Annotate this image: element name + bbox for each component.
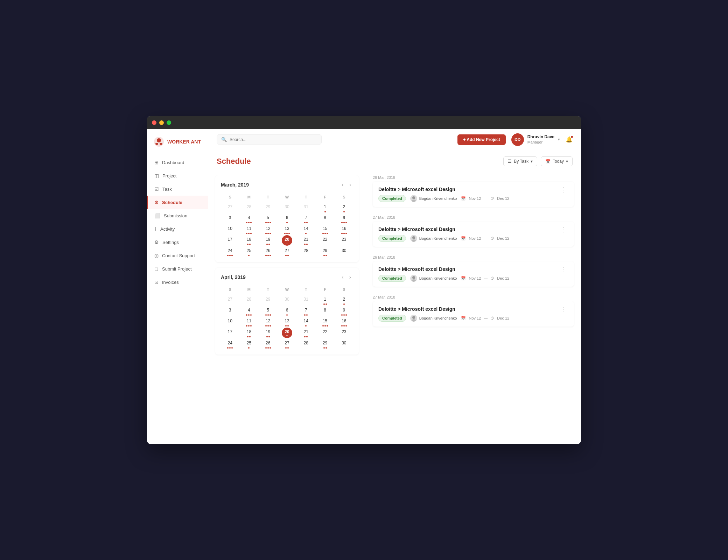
day-of-week: F <box>316 286 334 294</box>
date-start-2-0: Nov 12 <box>469 276 481 280</box>
task-more-button-3-0[interactable]: ⋮ <box>559 306 568 313</box>
assignee-avatar-1-0 <box>410 235 417 242</box>
chevron-today-icon: ▾ <box>566 159 568 164</box>
day-of-week: T <box>259 194 277 202</box>
task-group-date-3: 27 Mar, 2018 <box>373 295 574 299</box>
calendar-day: 15 <box>316 224 334 234</box>
filter-today[interactable]: 📅 Today ▾ <box>541 156 573 166</box>
sidebar-item-dashboard[interactable]: ⊞Dashboard <box>147 156 208 169</box>
task-card-content-0-0: Deloitte > Microsoft excel Design Comple… <box>378 187 556 202</box>
close-button[interactable] <box>152 120 156 125</box>
nav-label-dashboard: Dashboard <box>162 160 184 165</box>
calendar-month-april: April, 2019 <box>221 274 246 280</box>
calendar-nav-april: ‹ › <box>340 273 353 281</box>
calendar-filter-icon: 📅 <box>545 159 551 164</box>
calendar-day: 23 <box>335 328 353 338</box>
bell-icon[interactable]: 🔔 <box>566 136 573 143</box>
status-badge-3-0: Completed <box>378 315 406 322</box>
calendar-day: 21 <box>297 328 315 338</box>
calendar-start-icon: 📅 <box>461 276 466 281</box>
task-assignee-3-0: Bogdan Krivenchenko <box>410 315 457 322</box>
date-start-3-0: Nov 12 <box>469 316 481 320</box>
assignee-name-0-0: Bogdan Krivenchenko <box>419 196 457 201</box>
calendar-day: 26 <box>259 246 277 257</box>
task-card-content-2-0: Deloitte > Microsoft excel Design Comple… <box>378 266 556 282</box>
task-more-button-0-0[interactable]: ⋮ <box>559 187 568 193</box>
search-input[interactable] <box>230 137 317 142</box>
calendar-start-icon: 📅 <box>461 196 466 201</box>
sidebar-item-submit[interactable]: ◻Submit Project <box>147 262 208 275</box>
calendar-day: 29 <box>316 246 334 257</box>
search-box[interactable]: 🔍 <box>217 134 322 145</box>
calendar-day: 21 <box>297 235 315 246</box>
calendar-day: 6 <box>278 306 296 316</box>
calendar-day: 3 <box>221 306 239 316</box>
page-header: Schedule ☰ By Task ▾ 📅 Today ▾ <box>208 150 581 170</box>
calendar-day: 7 <box>297 214 315 224</box>
sidebar: WORKER ANT ⊞Dashboard◫Project☑Task⊛Sched… <box>147 129 208 444</box>
calendar-day: 19 <box>259 235 277 246</box>
calendar-day: 31 <box>297 295 315 305</box>
calendar-day-today[interactable]: 20·· <box>282 328 292 338</box>
filter-by-task[interactable]: ☰ By Task ▾ <box>503 156 537 166</box>
calendar-prev-march[interactable]: ‹ <box>340 181 345 189</box>
sidebar-item-task[interactable]: ☑Task <box>147 182 208 196</box>
day-of-week: T <box>297 286 315 294</box>
sidebar-item-settings[interactable]: ⚙Settings <box>147 236 208 249</box>
calendar-day: 17 <box>221 235 239 246</box>
clock-icon: ⏱ <box>490 276 494 280</box>
filter-bar: ☰ By Task ▾ 📅 Today ▾ <box>503 156 573 166</box>
schedule-body: March, 2019 ‹ › SMTWTFS27282930311234567… <box>208 170 581 444</box>
sidebar-item-submission[interactable]: ⬜Submission <box>147 209 208 222</box>
titlebar <box>147 116 581 129</box>
calendar-day: 30 <box>278 295 296 305</box>
task-title-1-0: Deloitte > Microsoft excel Design <box>378 226 556 232</box>
date-separator: — <box>484 276 488 280</box>
calendar-day: 27 <box>221 203 239 213</box>
maximize-button[interactable] <box>167 120 171 125</box>
task-title-0-0: Deloitte > Microsoft excel Design <box>378 187 556 192</box>
sidebar-item-schedule[interactable]: ⊛Schedule <box>147 196 208 209</box>
task-meta-2-0: Completed Bogdan Krivenchenko 📅 Nov 12 —… <box>378 275 556 282</box>
calendar-day: 27 <box>221 295 239 305</box>
sidebar-item-activity[interactable]: ⌇Activity <box>147 222 208 236</box>
task-more-button-1-0[interactable]: ⋮ <box>559 226 568 233</box>
calendar-next-april[interactable]: › <box>347 273 353 281</box>
calendar-day: 24 <box>221 246 239 257</box>
day-of-week: M <box>240 286 258 294</box>
task-meta-0-0: Completed Bogdan Krivenchenko 📅 Nov 12 —… <box>378 195 556 202</box>
add-project-button[interactable]: + Add New Project <box>457 134 505 145</box>
sidebar-item-project[interactable]: ◫Project <box>147 169 208 182</box>
task-filter-icon: ☰ <box>508 159 512 164</box>
calendar-day: 10 <box>221 317 239 327</box>
status-badge-2-0: Completed <box>378 275 406 282</box>
calendar-next-march[interactable]: › <box>347 181 353 189</box>
chevron-down-icon: ▾ <box>558 137 560 142</box>
day-of-week: S <box>221 286 239 294</box>
sidebar-item-invoices[interactable]: ⊡Invoices <box>147 275 208 289</box>
day-of-week: S <box>221 194 239 202</box>
clock-icon: ⏱ <box>490 196 494 201</box>
task-title-2-0: Deloitte > Microsoft excel Design <box>378 266 556 272</box>
task-group-date-2: 26 Mar, 2018 <box>373 255 574 259</box>
calendar-day: 22 <box>316 328 334 338</box>
task-title-3-0: Deloitte > Microsoft excel Design <box>378 306 556 312</box>
calendar-day: 31 <box>297 203 315 213</box>
assignee-name-1-0: Bogdan Krivenchenko <box>419 236 457 240</box>
task-card-1-0: Deloitte > Microsoft excel Design Comple… <box>373 222 574 247</box>
svg-point-11 <box>412 319 416 322</box>
calendar-day: 23 <box>335 235 353 246</box>
calendar-day: 12 <box>259 224 277 234</box>
logo: WORKER ANT <box>147 129 208 156</box>
calendar-day: 18 <box>240 328 258 338</box>
minimize-button[interactable] <box>159 120 164 125</box>
nav-label-project: Project <box>162 173 176 178</box>
calendar-day-today[interactable]: 20·· <box>282 235 292 246</box>
calendar-prev-april[interactable]: ‹ <box>340 273 345 281</box>
calendar-day: 9 <box>335 214 353 224</box>
date-end-0-0: Dec 12 <box>497 196 509 201</box>
sidebar-item-contact[interactable]: ◎Contact Support <box>147 249 208 262</box>
task-more-button-2-0[interactable]: ⋮ <box>559 266 568 273</box>
nav-icon-dashboard: ⊞ <box>154 160 159 165</box>
logo-icon <box>153 136 164 147</box>
